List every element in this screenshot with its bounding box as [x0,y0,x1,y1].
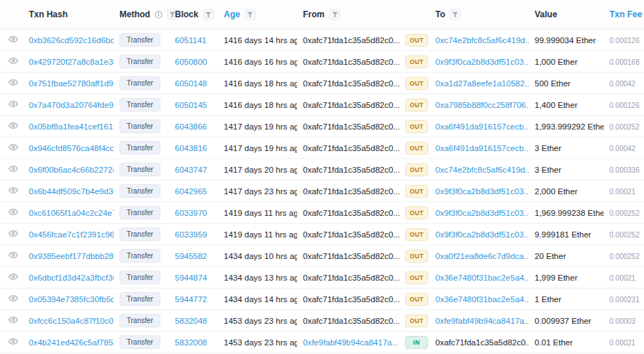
block-link[interactable]: 6033959 [175,230,207,239]
txn-fee-text: 0.000126 [609,37,640,45]
txn-hash-link[interactable]: 0x05bf8a1fea41cef161f2... [29,122,114,131]
txn-fee-text: 0.000252 [609,209,640,217]
column-header-age[interactable]: Age [224,9,240,19]
from-address: 0xafc71fda1c35a5d82c0... [303,36,399,45]
value-text: 1,400 Ether [535,101,577,109]
column-header-txn-fee[interactable]: Txn Fee [609,9,642,19]
to-address[interactable]: 0x9f3f0ca2b8d3df51c03... [435,209,529,217]
age-text: 1416 days 16 hrs ago [224,58,297,66]
block-link[interactable]: 6050145 [175,101,207,109]
block-link[interactable]: 5944772 [175,295,207,304]
txn-hash-link[interactable]: 0x456fcae7c1f2391c968... [29,230,114,239]
to-address[interactable]: 0x9f3f0ca2b8d3df51c03... [435,58,529,66]
table-row: 0x05bf8a1fea41cef161f2... Transfer 60438… [0,116,644,137]
table-row: 0x05394e7385fc30fb5d7... Transfer 594477… [0,289,644,310]
to-address[interactable]: 0x36e7480f31bac2e5a4... [435,273,529,282]
eye-icon[interactable] [9,121,18,130]
txn-hash-link[interactable]: 0xb3626cd592c16d6bd4... [29,36,114,45]
column-header-to: To [435,9,445,19]
from-address: 0xafc71fda1c35a5d82c0... [303,273,399,282]
to-address[interactable]: 0xc74e2bfc8c5af6c419d... [435,165,529,174]
block-link[interactable]: 6043747 [175,165,207,174]
method-badge: Transfer [119,33,160,47]
block-link[interactable]: 6050800 [175,58,207,66]
column-header-from: From [303,9,325,19]
to-address[interactable]: 0x9f3f0ca2b8d3df51c03... [435,230,529,239]
from-address: 0xafc71fda1c35a5d82c0... [303,187,399,196]
eye-icon[interactable] [9,229,18,238]
value-text: 1,993.999292 Ether [535,122,604,131]
txn-hash-link[interactable]: 0x6b44df509c7b4e9d30... [29,187,114,196]
to-address[interactable]: 0x36e7480f31bac2e5a4... [435,295,529,304]
filter-funnel-icon[interactable] [450,9,461,20]
block-link[interactable]: 6050148 [175,79,207,88]
eye-icon[interactable] [9,35,18,44]
filter-funnel-icon[interactable] [203,9,214,20]
txn-fee-text: 0.000126 [609,101,640,109]
txn-hash-link[interactable]: 0x05394e7385fc30fb5d7... [29,295,114,304]
from-address: 0xafc71fda1c35a5d82c0... [303,295,399,304]
to-address[interactable]: 0xa1d27a8eefe1a10582... [435,79,529,88]
eye-icon[interactable] [9,294,18,303]
direction-badge: OUT [405,77,428,90]
age-text: 1419 days 11 hrs ago [224,230,297,239]
eye-icon[interactable] [9,272,18,281]
age-text: 1434 days 10 hrs ago [224,252,297,260]
txn-hash-link[interactable]: 0x751fbae52780aff1d96... [29,79,114,88]
txn-fee-text: 0.00021 [609,188,635,196]
eye-icon[interactable] [9,250,18,260]
table-row: 0xc61065f1a04c2c24e70... Transfer 603397… [0,202,644,224]
block-link[interactable]: 6051141 [175,36,207,45]
transactions-table: Txn Hash Method Block [0,0,644,353]
filter-funnel-icon[interactable] [329,9,340,20]
from-address: 0xafc71fda1c35a5d82c0... [303,252,399,260]
txn-hash-link[interactable]: 0x9385eebf177dbbb28f6... [29,252,114,260]
block-link[interactable]: 6033970 [175,209,207,217]
eye-icon[interactable] [9,207,18,217]
txn-hash-link[interactable]: 0xfcc6c150a4c87f10c03... [29,317,114,325]
eye-icon[interactable] [9,315,18,324]
eye-icon[interactable] [9,186,18,195]
txn-fee-text: 0.00021 [609,339,635,347]
filter-funnel-icon[interactable] [245,9,256,20]
eye-icon[interactable] [9,99,18,109]
value-text: 3 Ether [535,165,561,174]
block-link[interactable]: 5945582 [175,252,207,260]
direction-badge: OUT [405,271,428,284]
age-text: 1453 days 23 hrs ago [224,317,297,325]
block-link[interactable]: 6043866 [175,122,207,131]
table-header-row: Txn Hash Method Block [0,0,644,30]
txn-hash-link[interactable]: 0x4b241ed426c5af785b... [29,338,114,347]
txn-hash-link[interactable]: 0x6dbcf1d3d42a3fbcf36... [29,273,114,282]
eye-icon[interactable] [9,56,18,65]
to-address[interactable]: 0xa0f21ea8de6c7d9dca... [435,252,529,260]
value-text: 500 Ether [535,79,571,88]
to-address[interactable]: 0xa7985b88f0cc258f706... [435,101,529,109]
to-address[interactable]: 0xfe9fabf49b94ca8417a... [435,317,529,325]
eye-icon[interactable] [9,78,18,87]
to-address[interactable]: 0xa6f491da916157cecb... [435,144,529,153]
age-text: 1434 days 14 hrs ago [224,295,297,304]
txn-hash-link[interactable]: 0x7a470d3a20764fde90... [29,101,114,109]
eye-icon[interactable] [9,337,18,346]
info-icon[interactable] [155,11,163,19]
age-text: 1417 days 19 hrs ago [224,122,297,131]
from-address[interactable]: 0xfe9fabf49b94ca8417a... [303,338,399,347]
txn-hash-link[interactable]: 0x946cfd8576ca48f4cc5... [29,144,114,153]
txn-fee-text: 0.00042 [609,80,635,88]
from-address: 0xafc71fda1c35a5d82c0... [303,165,399,174]
to-address[interactable]: 0xc74e2bfc8c5af6c419d... [435,36,529,45]
txn-hash-link[interactable]: 0xc61065f1a04c2c24e70... [29,209,114,217]
block-link[interactable]: 6043816 [175,144,207,153]
eye-icon[interactable] [9,164,18,173]
eye-icon[interactable] [9,142,18,152]
age-text: 1416 days 18 hrs ago [224,79,297,88]
block-link[interactable]: 6042965 [175,187,207,196]
block-link[interactable]: 5944874 [175,273,207,282]
block-link[interactable]: 5832048 [175,317,207,325]
block-link[interactable]: 5832008 [175,338,207,347]
to-address[interactable]: 0xa6f491da916157cecb... [435,122,529,131]
txn-hash-link[interactable]: 0x429720f27a8c8a1e38... [29,58,114,66]
txn-hash-link[interactable]: 0x6f00b6ac4c66b2272e... [29,165,114,174]
to-address[interactable]: 0x9f3f0ca2b8d3df51c03... [435,187,529,196]
